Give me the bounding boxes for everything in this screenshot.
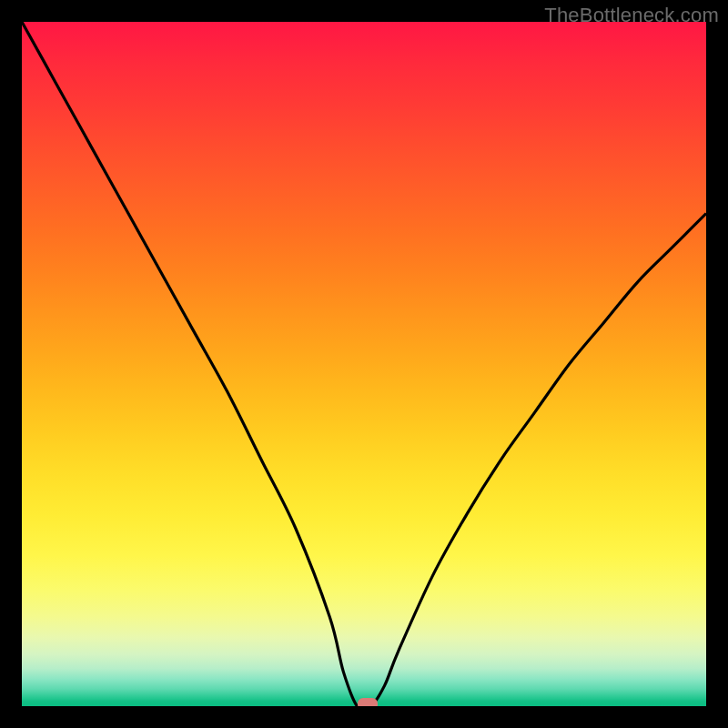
plot-area xyxy=(22,22,706,706)
bottleneck-curve-path xyxy=(22,22,706,706)
chart-frame: TheBottleneck.com xyxy=(0,0,728,728)
optimal-marker xyxy=(358,698,378,706)
watermark-text: TheBottleneck.com xyxy=(544,4,719,27)
bottleneck-curve-svg xyxy=(22,22,706,706)
